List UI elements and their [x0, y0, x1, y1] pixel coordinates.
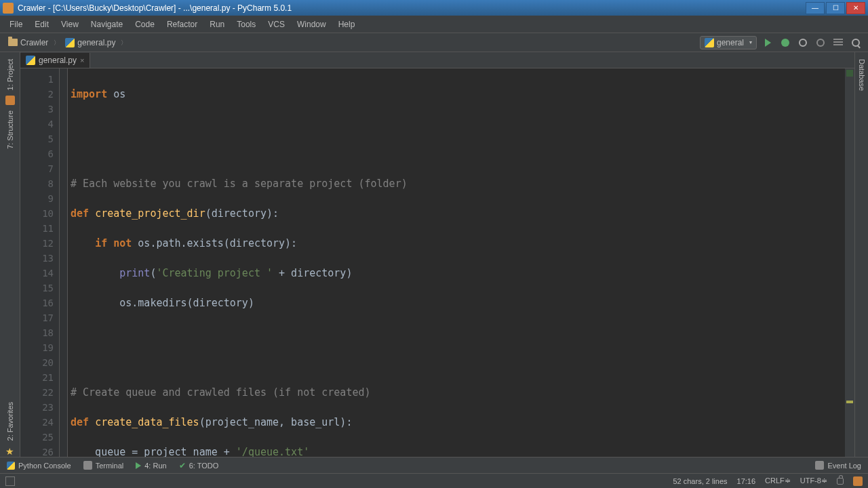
window-close-button[interactable]: ✕: [846, 2, 865, 14]
breadcrumb: Crawler general.py: [5, 37, 696, 49]
code-content[interactable]: import os # Each website you crawl is a …: [68, 68, 845, 457]
project-tool-icon: [5, 96, 15, 105]
breadcrumb-separator: [52, 37, 61, 47]
settings-button[interactable]: [831, 36, 845, 49]
menu-tools[interactable]: Tools: [231, 18, 261, 31]
window-minimize-button[interactable]: —: [806, 2, 825, 14]
python-file-icon: [65, 38, 75, 47]
check-icon: ✔: [179, 461, 186, 470]
editor-scrollbar[interactable]: [845, 68, 854, 457]
breadcrumb-file-label: general.py: [77, 38, 115, 47]
menu-refactor[interactable]: Refactor: [161, 18, 203, 31]
bottom-tool-bar: Python Console Terminal 4: Run ✔ 6: TODO…: [0, 457, 868, 473]
lines-icon: [833, 39, 843, 47]
menu-vcs[interactable]: VCS: [262, 18, 290, 31]
circle-icon: [816, 39, 825, 47]
right-tool-strip: Database: [854, 52, 868, 457]
menu-file[interactable]: File: [4, 18, 28, 31]
menu-edit[interactable]: Edit: [29, 18, 54, 31]
event-log-button[interactable]: Event Log: [815, 461, 861, 470]
tab-close-button[interactable]: ×: [80, 56, 84, 64]
menu-bar: File Edit View Navigate Code Refactor Ru…: [0, 16, 868, 33]
breadcrumb-separator: [119, 37, 128, 47]
tool-windows-toggle[interactable]: [5, 476, 15, 486]
app-icon: [3, 3, 14, 14]
play-icon: [765, 39, 771, 47]
editor-tab-bar: general.py ×: [20, 52, 854, 68]
run-config-label: general: [717, 38, 744, 47]
window-maximize-button[interactable]: ☐: [826, 2, 845, 14]
line-number-gutter: 1 2 3 4 5 6 7 8 9 10 11 12 13 14 15 16 1…: [20, 68, 60, 457]
breadcrumb-file[interactable]: general.py: [62, 37, 118, 49]
gear-icon: [799, 39, 807, 47]
caret-position[interactable]: 17:16: [737, 477, 756, 485]
python-icon: [7, 462, 15, 470]
left-tool-strip: 1: Project 7: Structure 2: Favorites ★: [0, 52, 20, 457]
menu-run[interactable]: Run: [204, 18, 230, 31]
toolbar: Crawler general.py general: [0, 33, 868, 52]
selection-info: 52 chars, 2 lines: [673, 477, 727, 485]
main-area: 1: Project 7: Structure 2: Favorites ★ g…: [0, 52, 868, 457]
run-configuration-dropdown[interactable]: general: [700, 36, 757, 49]
database-tool-window-button[interactable]: Database: [856, 55, 867, 95]
editor-area: general.py × 1 2 3 4 5 6 7 8 9 10 11 12 …: [20, 52, 854, 457]
python-console-button[interactable]: Python Console: [7, 462, 71, 470]
search-everywhere-button[interactable]: [849, 36, 863, 49]
menu-help[interactable]: Help: [333, 18, 361, 31]
hector-icon[interactable]: [853, 476, 863, 486]
coverage-button[interactable]: [796, 36, 810, 49]
favorites-tool-window-button[interactable]: 2: Favorites: [5, 398, 16, 445]
editor-body[interactable]: 1 2 3 4 5 6 7 8 9 10 11 12 13 14 15 16 1…: [20, 68, 854, 457]
lock-icon[interactable]: [837, 478, 844, 485]
breadcrumb-project-label: Crawler: [20, 38, 48, 47]
bug-icon: [781, 39, 789, 47]
event-log-icon: [815, 461, 824, 470]
terminal-icon: [83, 461, 92, 470]
menu-window[interactable]: Window: [292, 18, 332, 31]
line-separator[interactable]: CRLF≑: [765, 476, 791, 485]
project-tool-window-button[interactable]: 1: Project: [5, 55, 16, 94]
menu-code[interactable]: Code: [130, 18, 160, 31]
python-file-icon: [26, 56, 35, 65]
run-button[interactable]: [761, 36, 774, 49]
star-icon: ★: [5, 446, 14, 457]
file-encoding[interactable]: UTF-8≑: [800, 476, 827, 485]
terminal-button[interactable]: Terminal: [83, 461, 124, 470]
menu-navigate[interactable]: Navigate: [85, 18, 128, 31]
update-project-button[interactable]: [814, 36, 827, 49]
scrollbar-warning-marker[interactable]: [846, 401, 853, 403]
menu-view[interactable]: View: [56, 18, 84, 31]
run-tool-window-button[interactable]: 4: Run: [136, 462, 166, 470]
tab-label: general.py: [39, 56, 77, 65]
folder-icon: [8, 39, 18, 46]
breadcrumb-project[interactable]: Crawler: [5, 37, 51, 49]
window-titlebar: Crawler - [C:\Users\Bucky\Desktop\Crawle…: [0, 0, 868, 16]
window-title: Crawler - [C:\Users\Bucky\Desktop\Crawle…: [18, 3, 806, 13]
todo-tool-window-button[interactable]: ✔ 6: TODO: [179, 461, 219, 470]
search-icon: [852, 39, 860, 47]
inspection-indicator: [846, 70, 853, 77]
editor-tab-general-py[interactable]: general.py ×: [20, 53, 90, 68]
structure-tool-window-button[interactable]: 7: Structure: [5, 106, 16, 153]
status-bar: 52 chars, 2 lines 17:16 CRLF≑ UTF-8≑: [0, 473, 868, 488]
python-icon: [705, 38, 714, 47]
fold-gutter[interactable]: [60, 68, 68, 457]
debug-button[interactable]: [778, 36, 792, 49]
play-icon: [136, 462, 141, 469]
